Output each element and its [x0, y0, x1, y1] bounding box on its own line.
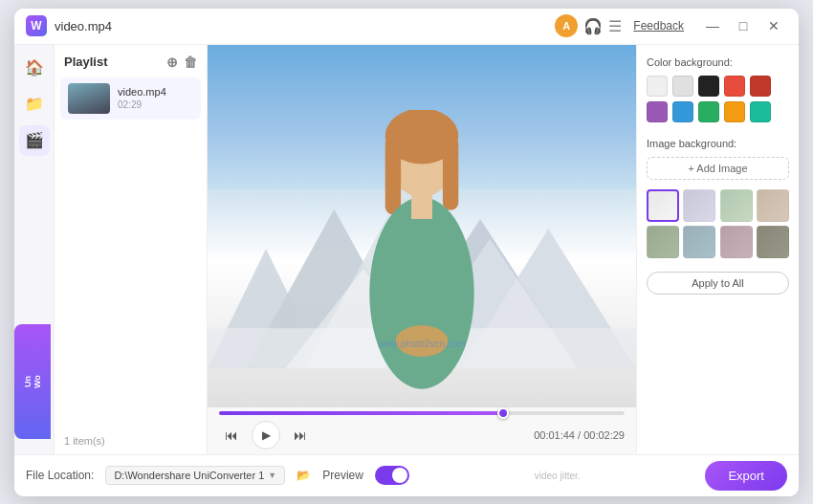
bg-image-item-5[interactable]	[647, 226, 679, 258]
export-button[interactable]: Export	[705, 461, 787, 491]
svg-rect-16	[411, 192, 432, 218]
bg-image-item-2[interactable]	[683, 189, 715, 222]
nav-video[interactable]: 🎬	[19, 125, 50, 156]
controls-row: ⏮ ▶ ⏭ 00:01:44 / 00:02:29	[219, 421, 625, 449]
svg-rect-11	[443, 136, 458, 209]
nav-files[interactable]: 📁	[19, 89, 50, 120]
apply-to-all-button[interactable]: Apply to All	[647, 272, 789, 295]
toggle-knob	[392, 468, 407, 483]
user-avatar: A	[555, 14, 578, 37]
title-bar-controls: A 🎧 ☰ Feedback — □ ✕	[555, 12, 787, 39]
bottom-bar: File Location: D:\Wondershare UniConvert…	[14, 454, 799, 496]
path-dropdown-arrow[interactable]: ▼	[268, 471, 276, 480]
video-frame: www.photo2vcn.com	[208, 45, 636, 406]
image-bg-title: Image background:	[647, 138, 789, 149]
playlist-thumb-image	[68, 83, 110, 114]
person-silhouette	[304, 110, 539, 406]
playlist-item[interactable]: video.mp4 02:29	[60, 77, 201, 120]
playlist-count: 1 item(s)	[55, 427, 207, 454]
color-swatch-red[interactable]	[724, 76, 745, 97]
banner-line1: Wo	[33, 375, 42, 388]
play-button[interactable]: ▶	[252, 421, 280, 449]
svg-point-12	[369, 197, 473, 389]
bg-images-grid	[647, 189, 789, 258]
delete-playlist-icon[interactable]: 🗑	[184, 55, 197, 70]
preview-label: Preview	[322, 469, 363, 482]
image-bg-section: Image background: + Add Image Apply to A…	[647, 138, 789, 295]
title-bar: W video.mp4 A 🎧 ☰ Feedback — □ ✕	[14, 9, 799, 45]
file-path-text: D:\Wondershare UniConverter 1	[114, 470, 264, 481]
bg-image-item-8[interactable]	[757, 226, 789, 258]
menu-icon[interactable]: ☰	[608, 17, 622, 35]
preview-toggle[interactable]	[375, 466, 409, 485]
progress-handle[interactable]	[497, 407, 509, 419]
bg-image-item-6[interactable]	[683, 226, 715, 258]
add-image-button[interactable]: + Add Image	[647, 157, 789, 180]
svg-rect-10	[385, 136, 401, 214]
color-swatch-teal[interactable]	[750, 101, 771, 122]
color-swatch-green[interactable]	[698, 101, 719, 122]
playlist-item-name: video.mp4	[118, 86, 166, 98]
color-swatch-orange[interactable]	[724, 101, 745, 122]
time-display: 00:01:44 / 00:02:29	[534, 429, 625, 441]
maximize-button[interactable]: □	[730, 12, 757, 39]
total-time: 00:02:29	[583, 429, 625, 441]
bg-image-item-1[interactable]	[647, 189, 679, 222]
video-watermark: www.photo2vcn.com	[378, 339, 466, 349]
file-location-label: File Location:	[26, 469, 94, 482]
playlist-header: Playlist ⊕ 🗑	[55, 45, 207, 76]
banner-line2: Un	[23, 376, 33, 387]
color-swatch-black[interactable]	[698, 76, 719, 97]
right-panel: Color background: Image background: + Ad…	[636, 45, 799, 454]
scroll-hint: video jitter.	[535, 471, 581, 481]
next-button[interactable]: ⏭	[288, 423, 313, 448]
playlist-info: video.mp4 02:29	[118, 86, 166, 110]
bg-image-item-7[interactable]	[720, 226, 753, 258]
playlist-panel: Playlist ⊕ 🗑 video.mp4 02:29 1 item(s)	[55, 45, 208, 454]
bg-image-item-3[interactable]	[720, 189, 753, 222]
promo-banner[interactable]: Wo Un	[14, 324, 51, 439]
playlist-title: Playlist	[64, 55, 108, 69]
prev-button[interactable]: ⏮	[219, 423, 244, 448]
color-swatch-blue[interactable]	[672, 101, 693, 122]
progress-bar[interactable]	[219, 411, 625, 415]
add-playlist-icon[interactable]: ⊕	[166, 55, 178, 70]
bg-image-item-4[interactable]	[757, 189, 789, 222]
app-icon: W	[26, 15, 47, 36]
title-bar-icons-right: A 🎧 ☰	[555, 14, 622, 37]
window-title: video.mp4	[55, 19, 112, 33]
current-time: 00:01:44	[534, 429, 575, 441]
color-swatch-gray[interactable]	[672, 76, 693, 97]
nav-home[interactable]: 🏠	[19, 53, 50, 83]
playlist-header-icons: ⊕ 🗑	[166, 55, 197, 70]
progress-fill	[219, 411, 503, 415]
playlist-item-duration: 02:29	[118, 99, 166, 110]
folder-open-icon[interactable]: 📂	[297, 469, 311, 482]
main-content: 🏠 📁 🎬 Playlist ⊕ 🗑 video.mp4 02:29	[14, 45, 799, 454]
video-area: www.photo2vcn.com ⏮ ▶ ⏭ 00:01:44 /	[208, 45, 636, 454]
color-bg-title: Color background:	[647, 56, 789, 68]
app-window: W video.mp4 A 🎧 ☰ Feedback — □ ✕ 🏠 📁 🎬	[14, 9, 799, 496]
close-button[interactable]: ✕	[760, 12, 787, 39]
color-swatch-dark-red[interactable]	[750, 76, 771, 97]
video-controls: ⏮ ▶ ⏭ 00:01:44 / 00:02:29	[208, 406, 636, 454]
color-swatch-light-gray[interactable]	[647, 76, 668, 97]
playlist-thumbnail	[68, 83, 110, 114]
minimize-button[interactable]: —	[699, 12, 726, 39]
feedback-link[interactable]: Feedback	[633, 19, 684, 33]
color-grid	[647, 76, 789, 122]
color-swatch-purple[interactable]	[647, 101, 668, 122]
headphone-icon[interactable]: 🎧	[583, 17, 603, 35]
file-path-display: D:\Wondershare UniConverter 1 ▼	[105, 466, 285, 485]
playback-controls: ⏮ ▶ ⏭	[219, 421, 313, 449]
